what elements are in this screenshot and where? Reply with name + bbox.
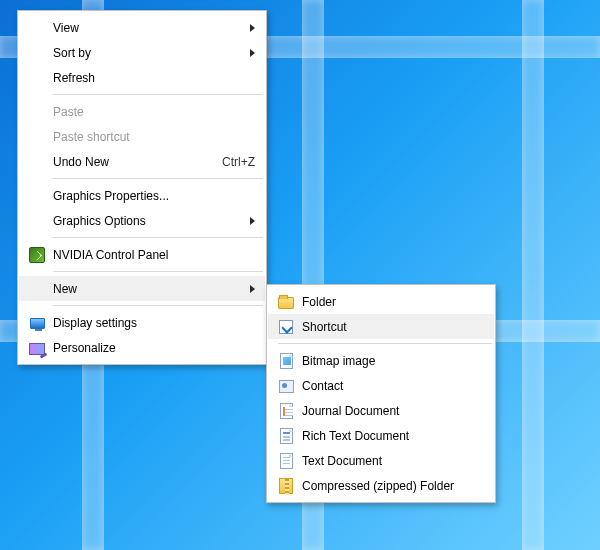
menu-label: Paste [53,105,255,119]
bitmap-icon [274,353,298,369]
new-submenu: Folder Shortcut Bitmap image Contact Jou… [266,284,496,503]
menu-separator [53,237,263,238]
chevron-right-icon [250,217,255,225]
submenu-item-zip[interactable]: Compressed (zipped) Folder [268,473,494,498]
menu-label: Refresh [53,71,255,85]
menu-label: Graphics Options [53,214,244,228]
menu-label: Text Document [302,454,484,468]
personalize-icon [25,342,49,354]
nvidia-icon [25,247,49,263]
menu-separator [53,178,263,179]
menu-label: NVIDIA Control Panel [53,248,255,262]
menu-separator [53,305,263,306]
menu-item-view[interactable]: View [19,15,265,40]
menu-item-personalize[interactable]: Personalize [19,335,265,360]
menu-label: Rich Text Document [302,429,484,443]
submenu-item-folder[interactable]: Folder [268,289,494,314]
menu-label: New [53,282,244,296]
submenu-item-shortcut[interactable]: Shortcut [268,314,494,339]
chevron-right-icon [250,24,255,32]
menu-item-graphics-properties[interactable]: Graphics Properties... [19,183,265,208]
submenu-item-rtf[interactable]: Rich Text Document [268,423,494,448]
submenu-item-contact[interactable]: Contact [268,373,494,398]
menu-item-sort-by[interactable]: Sort by [19,40,265,65]
menu-separator [53,94,263,95]
menu-label: Display settings [53,316,255,330]
desktop-context-menu: View Sort by Refresh Paste Paste shortcu… [17,10,267,365]
menu-item-new[interactable]: New [19,276,265,301]
menu-item-refresh[interactable]: Refresh [19,65,265,90]
folder-icon [274,296,298,308]
menu-label: View [53,21,244,35]
menu-label: Paste shortcut [53,130,255,144]
menu-label: Sort by [53,46,244,60]
wallpaper-beam [522,0,544,550]
menu-label: Compressed (zipped) Folder [302,479,484,493]
menu-separator [278,343,492,344]
submenu-item-journal[interactable]: Journal Document [268,398,494,423]
menu-item-graphics-options[interactable]: Graphics Options [19,208,265,233]
text-icon [274,453,298,469]
menu-item-nvidia-control-panel[interactable]: NVIDIA Control Panel [19,242,265,267]
menu-item-paste: Paste [19,99,265,124]
monitor-icon [25,317,49,328]
menu-label: Journal Document [302,404,484,418]
menu-label: Shortcut [302,320,484,334]
menu-separator [53,271,263,272]
menu-label: Bitmap image [302,354,484,368]
menu-label: Folder [302,295,484,309]
contact-icon [274,379,298,392]
menu-label: Personalize [53,341,255,355]
menu-item-paste-shortcut: Paste shortcut [19,124,265,149]
chevron-right-icon [250,49,255,57]
submenu-item-text[interactable]: Text Document [268,448,494,473]
menu-accelerator: Ctrl+Z [222,155,255,169]
rtf-icon [274,428,298,444]
journal-icon [274,403,298,419]
menu-label: Contact [302,379,484,393]
chevron-right-icon [250,285,255,293]
submenu-item-bitmap[interactable]: Bitmap image [268,348,494,373]
menu-item-undo-new[interactable]: Undo New Ctrl+Z [19,149,265,174]
shortcut-icon [274,320,298,334]
zip-icon [274,478,298,494]
menu-item-display-settings[interactable]: Display settings [19,310,265,335]
menu-label: Graphics Properties... [53,189,255,203]
menu-label: Undo New [53,155,214,169]
